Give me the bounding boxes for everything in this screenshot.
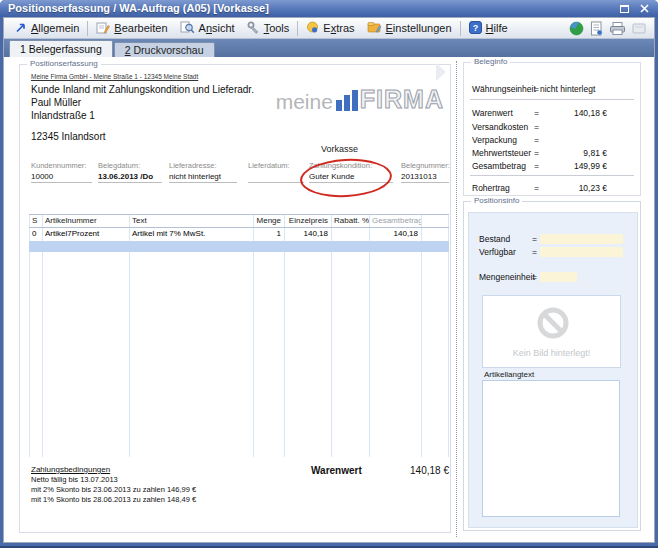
field-label: Belegdatum: <box>98 161 162 170</box>
menu-item-label: Bearbeiten <box>114 22 167 34</box>
stock-row-verfuegbar: Verfügbar = <box>479 247 516 258</box>
menu-item-tools[interactable]: Tools <box>241 19 296 38</box>
menu-item-bearbeiten[interactable]: Bearbeiten <box>90 19 173 38</box>
globe-icon[interactable] <box>569 21 584 36</box>
field-value[interactable]: 13.06.2013 /Do <box>98 170 162 183</box>
titlebar: Positionserfassung / WA-Auftrag (A05) [V… <box>0 0 658 17</box>
app-window: Positionserfassung / WA-Auftrag (A05) [V… <box>0 0 658 548</box>
window-body: Allgemein Bearbeiten Ansicht Tools Extra… <box>3 17 655 543</box>
menu-item-einstellungen[interactable]: Einstellungen <box>361 19 458 38</box>
total-label: Warenwert <box>311 465 362 476</box>
info-value: nicht hinterlegt <box>540 84 607 94</box>
equals-sign: = <box>532 272 537 282</box>
arrow-up-right-icon <box>15 22 27 35</box>
equals-sign: = <box>534 148 539 158</box>
tab-druckvorschau[interactable]: 2 Druckvorschau <box>114 42 215 57</box>
recipient-line-2: Paul Müller <box>31 97 81 108</box>
maximize-button[interactable] <box>618 3 631 14</box>
menu-separator <box>87 21 88 36</box>
column-header[interactable]: Artikelnummer <box>42 216 129 225</box>
menubar: Allgemein Bearbeiten Ansicht Tools Extra… <box>4 18 654 39</box>
column-header[interactable]: Menge <box>253 216 284 225</box>
longtext-box[interactable] <box>482 380 620 517</box>
recipient-line-1: Kunde Inland mit Zahlungskondition und L… <box>31 84 254 95</box>
info-row-waehrungseinheit: Währungseinheit = nicht hinterlegt <box>472 84 632 96</box>
printer-icon[interactable] <box>609 21 626 36</box>
info-row-versandkosten: Versandkosten = <box>472 122 632 134</box>
splitter-grip-icon[interactable] <box>436 63 446 81</box>
equals-sign: = <box>534 84 539 94</box>
longtext-label: Artikellangtext <box>484 370 534 379</box>
equals-sign: = <box>534 122 539 132</box>
group-label: Beleginfo <box>471 57 510 66</box>
menu-item-ansicht[interactable]: Ansicht <box>174 19 241 38</box>
close-icon <box>640 4 649 13</box>
menu-item-label: Ansicht <box>199 22 235 34</box>
table-row[interactable]: 0 Artikel7Prozent Artikel mit 7% MwSt. 1… <box>29 227 449 240</box>
column-header[interactable]: Rabatt. % <box>331 216 369 225</box>
table-cell[interactable]: Artikel7Prozent <box>42 229 129 238</box>
svg-text:?: ? <box>472 22 478 32</box>
divider <box>470 99 634 100</box>
window-title: Positionserfassung / WA-Auftrag (A05) [V… <box>8 0 269 17</box>
info-row-mehrwertsteuer: Mehrwertsteuer = 9,81 € <box>472 148 632 160</box>
table-header-row: S Artikelnummer Text Menge Einzelpreis R… <box>29 214 449 227</box>
tab-label: 2 Druckvorschau <box>125 44 204 56</box>
menu-item-label: Allgemein <box>31 22 79 34</box>
field-value[interactable]: 10000 <box>31 170 92 183</box>
article-image-box: Kein Bild hinterlegt! <box>482 295 621 368</box>
recipient-city: 12345 Inlandsort <box>31 131 106 142</box>
field-label: Kundennummer: <box>31 161 92 170</box>
document-icon[interactable] <box>590 21 603 36</box>
selected-empty-row[interactable] <box>29 241 449 252</box>
stock-row-bestand: Bestand = <box>479 234 510 245</box>
group-beleginfo: Beleginfo Währungseinheit = nicht hinter… <box>463 62 641 196</box>
column-header[interactable]: Gesamtbetrag <box>369 216 421 225</box>
no-image-icon <box>535 305 571 345</box>
menu-item-allgemein[interactable]: Allgemein <box>9 19 85 38</box>
table-cell[interactable]: 1 <box>253 229 284 238</box>
toolbar-right <box>569 21 654 36</box>
field-value[interactable]: nicht hinterlegt <box>169 170 237 183</box>
table-cell[interactable]: 140,18 <box>284 229 331 238</box>
no-image-text: Kein Bild hinterlegt! <box>483 348 620 358</box>
recipient-line-3: Inlandstraße 1 <box>31 110 95 121</box>
menu-separator <box>460 21 461 36</box>
edit-icon <box>96 21 110 36</box>
menu-item-label: Extras <box>323 22 354 34</box>
content-area: Positionserfassung Meine Firma GmbH - Me… <box>4 57 654 542</box>
column-header[interactable]: Einzelpreis <box>284 216 331 225</box>
bestand-value-field <box>540 234 623 244</box>
tab-belegerfassung[interactable]: 1 Belegerfassung <box>9 40 113 57</box>
field-value[interactable] <box>248 170 304 183</box>
column-header[interactable]: Text <box>129 216 253 225</box>
card-icon[interactable] <box>632 23 646 34</box>
close-button[interactable] <box>638 3 651 14</box>
tabstrip: 1 Belegerfassung 2 Druckvorschau <box>4 39 654 57</box>
field-value[interactable]: 20131013 <box>401 170 449 183</box>
info-value: 10,23 € <box>540 183 607 193</box>
positionsinfo-panel: Bestand = Verfügbar = Mengeneinheit = <box>468 212 638 528</box>
field-label: Lieferdatum: <box>248 161 304 170</box>
table-cell[interactable]: Artikel mit 7% MwSt. <box>129 229 253 238</box>
info-row-verpackung: Verpackung = <box>472 135 632 147</box>
logo-word-firma: FIRMA <box>360 87 444 112</box>
group-positionsinfo: Positionsinfo Bestand = Verfügbar = Meng… <box>463 201 641 531</box>
panel-splitter[interactable] <box>456 61 457 537</box>
field-lieferdatum: Lieferdatum: <box>248 161 304 183</box>
magnifier-icon <box>180 21 195 36</box>
table-cell[interactable]: 0 <box>29 229 42 238</box>
menu-item-hilfe[interactable]: ? Hilfe <box>463 19 514 38</box>
column-header[interactable]: S <box>29 216 42 225</box>
field-lieferadresse: Lieferadresse: nicht hinterlegt <box>169 161 237 183</box>
logo-word-meine: meine <box>276 91 333 112</box>
field-label: Lieferadresse: <box>169 161 237 170</box>
sender-line: Meine Firma GmbH - Meine Straße 1 - 1234… <box>31 73 198 80</box>
extras-icon <box>306 21 319 36</box>
payment-line: mit 1% Skonto bis 28.06.2013 zu zahlen 1… <box>31 495 196 504</box>
menu-separator <box>297 21 298 36</box>
table-cell[interactable]: 140,18 <box>369 229 421 238</box>
payment-terms-heading: Zahlungsbedingungen <box>31 465 110 474</box>
menu-item-extras[interactable]: Extras <box>300 19 360 38</box>
field-kundennummer: Kundennummer: 10000 <box>31 161 92 183</box>
